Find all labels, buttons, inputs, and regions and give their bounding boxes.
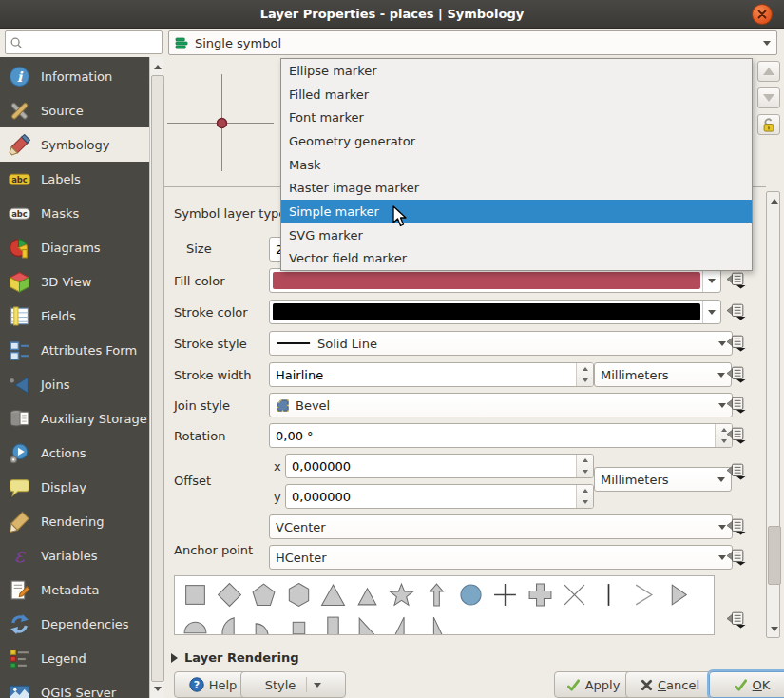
stroke-style-combobox[interactable]: Solid Line — [269, 331, 733, 356]
sidebar-item-masks[interactable]: abcMasks — [0, 196, 149, 230]
search-input[interactable] — [23, 34, 158, 50]
window-close-button[interactable] — [752, 4, 773, 25]
layer-rendering-expander[interactable]: Layer Rendering — [171, 650, 299, 665]
style-button[interactable]: Style — [240, 671, 346, 698]
shape-square[interactable] — [178, 580, 212, 609]
sidebar-item-auxiliary-storage[interactable]: Auxiliary Storage — [0, 401, 149, 436]
rotation-input[interactable] — [276, 429, 726, 443]
shape-semi-circle[interactable] — [178, 612, 212, 635]
sidebar-item-variables[interactable]: εVariables — [0, 538, 149, 572]
move-layer-down-button[interactable] — [757, 87, 780, 108]
offset-unit-combobox[interactable]: Millimeters — [594, 467, 732, 492]
sidebar-item-attributes-form[interactable]: Attributes Form — [0, 333, 149, 367]
shape-quarter-square[interactable] — [281, 612, 316, 635]
shape-filled-arrowhead[interactable] — [660, 580, 695, 609]
sidebar-scroll-up-button[interactable] — [150, 59, 164, 74]
menu-item-geometry-generator[interactable]: Geometry generator — [281, 129, 752, 153]
shape-equilateral-triangle[interactable] — [350, 580, 384, 609]
stroke-width-field[interactable] — [269, 362, 594, 387]
anchor-vertical-combobox[interactable]: VCenter — [269, 514, 733, 539]
join-style-override-button[interactable] — [725, 394, 748, 415]
offset-y-spinner[interactable] — [576, 485, 593, 508]
menu-item-mask[interactable]: Mask — [281, 153, 752, 177]
offset-y-field[interactable] — [285, 484, 594, 509]
shape-diamond[interactable] — [212, 580, 246, 609]
offset-x-field[interactable] — [285, 454, 594, 478]
stroke-color-button[interactable] — [269, 300, 721, 324]
sidebar-item-information[interactable]: iInformation — [0, 59, 149, 93]
shape-override-button[interactable] — [725, 609, 748, 630]
shape-line[interactable] — [592, 580, 626, 609]
sidebar-item-display[interactable]: Display — [0, 470, 149, 504]
apply-button[interactable]: Apply — [554, 671, 632, 698]
join-style-combobox[interactable]: Bevel — [269, 393, 733, 417]
shape-left-half-triangle[interactable] — [385, 612, 419, 635]
fill-color-button[interactable] — [269, 268, 721, 293]
sidebar-item-legend[interactable]: Legend — [0, 641, 149, 675]
stroke-style-override-button[interactable] — [725, 332, 748, 353]
menu-item-font-marker[interactable]: Font marker — [281, 106, 752, 129]
shape-pentagon[interactable] — [247, 580, 281, 609]
lock-colors-button[interactable] — [757, 114, 780, 135]
offset-x-spinner[interactable] — [576, 455, 593, 477]
menu-item-ellipse-marker[interactable]: Ellipse marker — [281, 59, 752, 83]
stroke-color-dropdown[interactable] — [702, 301, 720, 323]
sidebar-item-3d-view[interactable]: 3D View — [0, 264, 149, 299]
renderer-type-combobox[interactable]: Single symbol — [168, 30, 777, 55]
shape-diagonal-half-square[interactable] — [350, 612, 384, 635]
content-scroll-down-button[interactable] — [767, 621, 781, 636]
sidebar-scroll-down-button[interactable] — [150, 681, 164, 696]
shape-right-half-triangle[interactable] — [419, 612, 453, 635]
sidebar-item-joins[interactable]: Joins — [0, 367, 149, 401]
sidebar-scrollbar[interactable] — [149, 57, 163, 698]
menu-item-svg-marker[interactable]: SVG marker — [281, 223, 752, 247]
move-layer-up-button[interactable] — [757, 61, 780, 82]
menu-item-simple-marker[interactable]: Simple marker — [281, 200, 752, 223]
shape-half-square[interactable] — [316, 612, 350, 635]
sidebar-item-source[interactable]: Source — [0, 93, 149, 127]
cancel-button[interactable]: Cancel — [625, 671, 715, 698]
sidebar-item-diagrams[interactable]: Diagrams — [0, 230, 149, 264]
anchor-horizontal-override-button[interactable] — [725, 546, 748, 567]
sidebar-item-rendering[interactable]: Rendering — [0, 504, 149, 538]
stroke-color-override-button[interactable] — [725, 301, 748, 321]
stroke-width-unit-combobox[interactable]: Millimeters — [594, 362, 732, 387]
shape-arrow[interactable] — [419, 580, 453, 609]
shape-circle[interactable] — [453, 580, 488, 609]
anchor-vertical-override-button[interactable] — [725, 515, 748, 536]
stroke-width-input[interactable] — [276, 368, 587, 382]
stroke-width-override-button[interactable] — [725, 363, 748, 384]
offset-x-input[interactable] — [292, 459, 587, 474]
shape-hexagon[interactable] — [281, 580, 316, 609]
anchor-horizontal-combobox[interactable]: HCenter — [269, 545, 733, 570]
shape-cross2[interactable] — [557, 580, 591, 609]
sidebar-item-labels[interactable]: abcLabels — [0, 162, 149, 196]
sidebar-item-dependencies[interactable]: Dependencies — [0, 607, 149, 641]
sidebar-item-qgis-server[interactable]: QGIS Server — [0, 675, 149, 698]
offset-y-input[interactable] — [292, 490, 587, 504]
sidebar-search-box[interactable] — [5, 30, 163, 54]
menu-item-raster-image-marker[interactable]: Raster image marker — [281, 176, 752, 200]
shape-cross[interactable] — [488, 580, 523, 609]
menu-item-vector-field-marker[interactable]: Vector field marker — [281, 246, 752, 270]
sidebar-scrollbar-thumb[interactable] — [151, 75, 164, 682]
shape-arrowhead[interactable] — [626, 580, 660, 609]
menu-item-filled-marker[interactable]: Filled marker — [281, 83, 752, 107]
shape-third-circle[interactable] — [212, 612, 246, 635]
rotation-field[interactable] — [269, 423, 733, 448]
content-scrollbar-thumb[interactable] — [768, 526, 781, 585]
sidebar-item-symbology[interactable]: Symbology — [0, 127, 149, 162]
stroke-width-spinner[interactable] — [576, 363, 593, 386]
ok-button[interactable]: OK — [709, 671, 784, 698]
shape-star[interactable] — [385, 580, 419, 609]
rotation-override-button[interactable] — [725, 424, 748, 445]
sidebar-item-metadata[interactable]: Metadata — [0, 572, 149, 607]
content-scroll-up-button[interactable] — [767, 193, 781, 208]
fill-color-override-button[interactable] — [725, 269, 748, 290]
offset-override-button[interactable] — [725, 460, 748, 481]
shape-quarter-circle[interactable] — [247, 612, 281, 635]
sidebar-item-fields[interactable]: Fields — [0, 299, 149, 333]
content-scrollbar[interactable] — [766, 191, 780, 638]
shape-cross-fill[interactable] — [523, 580, 557, 609]
shape-triangle[interactable] — [316, 580, 350, 609]
